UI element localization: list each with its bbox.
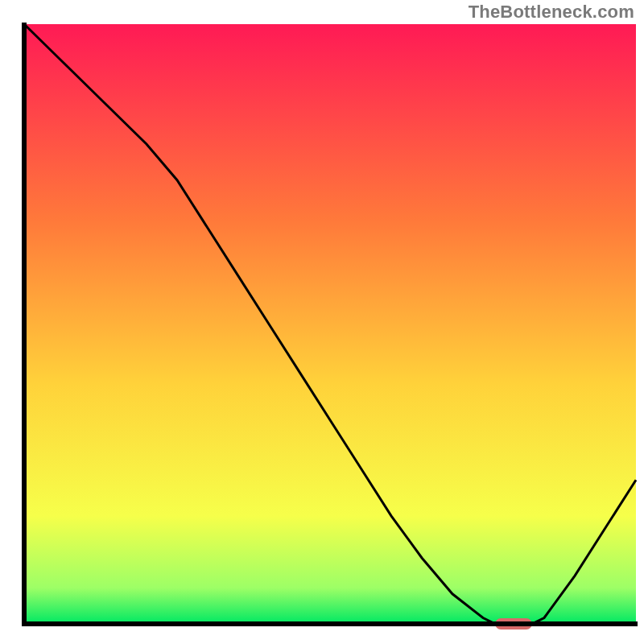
bottleneck-chart (0, 0, 644, 644)
chart-container: { "watermark": "TheBottleneck.com", "col… (0, 0, 644, 644)
watermark-text: TheBottleneck.com (469, 2, 634, 23)
